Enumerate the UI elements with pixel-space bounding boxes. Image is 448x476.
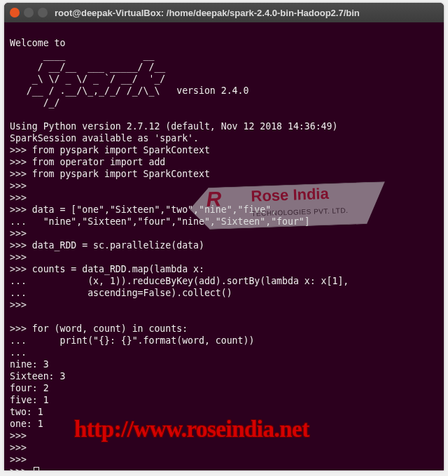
repl-line: >>> from pyspark import SparkContext — [10, 169, 210, 179]
spark-session-line: SparkSession available as 'spark'. — [10, 133, 199, 144]
spark-ascii-logo: ____ __ / __/__ ___ _____/ /__ _\ \/ _ \… — [10, 50, 248, 108]
repl-line: >>> counts = data_RDD.map(lambda x: — [10, 264, 204, 274]
repl-line: >>> — [10, 252, 27, 262]
close-icon[interactable] — [10, 8, 20, 18]
cursor-icon — [34, 467, 39, 470]
output-line: four: 2 — [10, 383, 49, 393]
repl-line: >>> — [10, 430, 27, 441]
repl-line: >>> — [10, 228, 27, 239]
repl-line: >>> — [10, 192, 27, 203]
repl-line: ... print("{}: {}".format(word, count)) — [10, 335, 254, 346]
repl-line: >>> from pyspark import SparkContext — [10, 145, 210, 155]
repl-line: >>> — [10, 454, 27, 465]
repl-line: >>> from operator import add — [10, 157, 165, 167]
maximize-icon[interactable] — [38, 8, 48, 18]
watermark-brand: Rose India — [251, 188, 329, 202]
repl-line: >>> — [10, 442, 27, 453]
titlebar: root@deepak-VirtualBox: /home/deepak/spa… — [4, 3, 444, 22]
output-line: five: 1 — [10, 395, 49, 405]
repl-line: >>> data = ["one","Sixteen","two","nine"… — [10, 204, 276, 215]
minimize-icon[interactable] — [24, 8, 34, 18]
url-overlay-text: http://www.roseindia.net — [74, 424, 309, 435]
output-line: one: 1 — [10, 419, 43, 429]
repl-line: ... "nine","Sixteen","four","nine","Sixt… — [10, 216, 310, 227]
repl-line: >>> data_RDD = sc.parallelize(data) — [10, 240, 204, 251]
terminal-content[interactable]: Welcome to ____ __ / __/__ ___ _____/ /_… — [4, 22, 444, 470]
repl-prompt: >>> — [10, 466, 39, 470]
welcome-text: Welcome to — [10, 38, 65, 48]
watermark-r-icon: R — [206, 192, 221, 205]
repl-line: >>> for (word, count) in counts: — [10, 323, 188, 334]
repl-line: ... ascending=False).collect() — [10, 288, 232, 298]
output-line: Sixteen: 3 — [10, 371, 65, 382]
python-version-line: Using Python version 2.7.12 (default, No… — [10, 121, 337, 132]
repl-line: ... — [10, 347, 27, 358]
repl-line: >>> — [10, 181, 27, 191]
output-line: two: 1 — [10, 407, 43, 417]
window-title: root@deepak-VirtualBox: /home/deepak/spa… — [55, 8, 360, 18]
prompt-text: >>> — [10, 466, 32, 470]
repl-line: >>> — [10, 300, 27, 310]
output-line: nine: 3 — [10, 359, 49, 370]
terminal-window: root@deepak-VirtualBox: /home/deepak/spa… — [4, 3, 444, 470]
repl-line: ... (x, 1)).reduceByKey(add).sortBy(lamb… — [10, 276, 349, 286]
